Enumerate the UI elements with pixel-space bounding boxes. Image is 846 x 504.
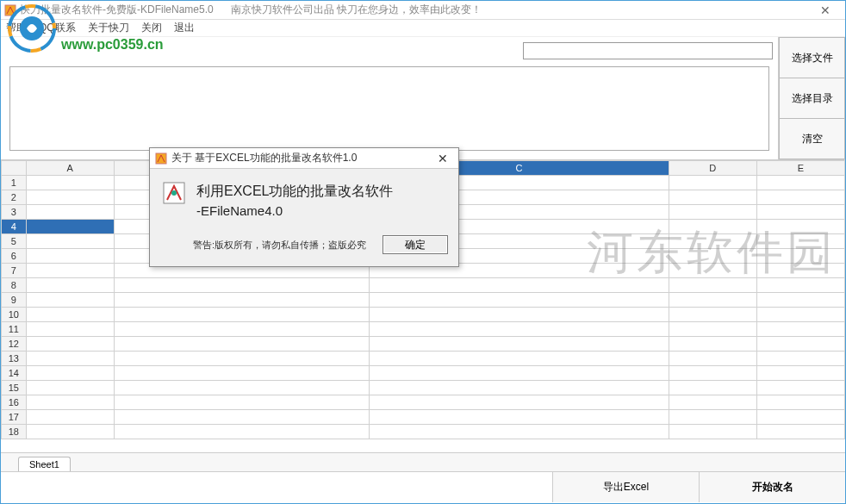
cell[interactable] bbox=[26, 176, 114, 190]
row-header[interactable]: 17 bbox=[2, 410, 27, 425]
file-list-area[interactable] bbox=[9, 66, 769, 151]
cell-selected[interactable] bbox=[26, 220, 114, 234]
col-header-a[interactable]: A bbox=[26, 161, 114, 176]
cell[interactable] bbox=[26, 381, 114, 395]
cell[interactable] bbox=[26, 234, 114, 249]
cell[interactable] bbox=[756, 264, 844, 278]
cell[interactable] bbox=[26, 249, 114, 264]
row-header[interactable]: 8 bbox=[2, 278, 27, 293]
cell[interactable] bbox=[370, 410, 669, 425]
cell[interactable] bbox=[756, 337, 844, 352]
cell[interactable] bbox=[370, 352, 669, 366]
cell[interactable] bbox=[756, 352, 844, 366]
cell[interactable] bbox=[669, 234, 756, 249]
row-header[interactable]: 3 bbox=[2, 205, 27, 220]
row-header[interactable]: 14 bbox=[2, 366, 27, 381]
col-header-d[interactable]: D bbox=[669, 161, 756, 176]
cell[interactable] bbox=[26, 410, 114, 425]
cell[interactable] bbox=[756, 322, 844, 337]
cell[interactable] bbox=[26, 278, 114, 293]
cell[interactable] bbox=[669, 410, 756, 425]
cell[interactable] bbox=[26, 322, 114, 337]
cell[interactable] bbox=[114, 308, 369, 322]
row-header[interactable]: 5 bbox=[2, 234, 27, 249]
row-header[interactable]: 13 bbox=[2, 352, 27, 366]
cell[interactable] bbox=[756, 366, 844, 381]
cell[interactable] bbox=[114, 395, 369, 410]
sheet-tab-1[interactable]: Sheet1 bbox=[18, 457, 71, 471]
cell[interactable] bbox=[756, 278, 844, 293]
row-header[interactable]: 1 bbox=[2, 176, 27, 190]
cell[interactable] bbox=[756, 234, 844, 249]
cell[interactable] bbox=[370, 395, 669, 410]
cell[interactable] bbox=[114, 366, 369, 381]
dialog-titlebar[interactable]: 关于 基于EXCEL功能的批量改名软件1.0 ✕ bbox=[150, 148, 458, 169]
cell[interactable] bbox=[114, 322, 369, 337]
cell[interactable] bbox=[26, 337, 114, 352]
row-header[interactable]: 11 bbox=[2, 322, 27, 337]
menu-about[interactable]: 关于快刀 bbox=[88, 21, 129, 35]
cell[interactable] bbox=[114, 352, 369, 366]
cell[interactable] bbox=[370, 293, 669, 308]
cell[interactable] bbox=[370, 425, 669, 439]
cell[interactable] bbox=[114, 278, 369, 293]
start-rename-button[interactable]: 开始改名 bbox=[699, 472, 845, 502]
cell[interactable] bbox=[114, 381, 369, 395]
select-file-button[interactable]: 选择文件 bbox=[779, 37, 845, 78]
row-header[interactable]: 9 bbox=[2, 293, 27, 308]
cell[interactable] bbox=[756, 205, 844, 220]
cell[interactable] bbox=[669, 205, 756, 220]
cell[interactable] bbox=[370, 337, 669, 352]
cell[interactable] bbox=[26, 366, 114, 381]
cell[interactable] bbox=[669, 278, 756, 293]
dialog-close-button[interactable]: ✕ bbox=[432, 152, 453, 165]
cell[interactable] bbox=[669, 352, 756, 366]
menu-contact[interactable]: QQ联系 bbox=[39, 21, 76, 35]
cell[interactable] bbox=[26, 190, 114, 205]
cell[interactable] bbox=[370, 308, 669, 322]
cell[interactable] bbox=[669, 190, 756, 205]
cell[interactable] bbox=[756, 308, 844, 322]
menu-exit[interactable]: 退出 bbox=[174, 21, 195, 35]
row-header[interactable]: 18 bbox=[2, 425, 27, 439]
cell[interactable] bbox=[114, 410, 369, 425]
cell[interactable] bbox=[669, 381, 756, 395]
cell[interactable] bbox=[756, 190, 844, 205]
cell[interactable] bbox=[756, 425, 844, 439]
row-header[interactable]: 6 bbox=[2, 249, 27, 264]
cell[interactable] bbox=[669, 176, 756, 190]
path-input[interactable] bbox=[523, 42, 773, 59]
cell[interactable] bbox=[370, 381, 669, 395]
cell[interactable] bbox=[26, 308, 114, 322]
cell[interactable] bbox=[756, 395, 844, 410]
cell[interactable] bbox=[370, 278, 669, 293]
corner-cell[interactable] bbox=[2, 161, 27, 176]
cell[interactable] bbox=[756, 381, 844, 395]
cell[interactable] bbox=[669, 395, 756, 410]
cell[interactable] bbox=[114, 337, 369, 352]
cell[interactable] bbox=[26, 293, 114, 308]
row-header[interactable]: 15 bbox=[2, 381, 27, 395]
cell[interactable] bbox=[26, 352, 114, 366]
clear-button[interactable]: 清空 bbox=[779, 119, 845, 159]
menu-help[interactable]: 帮助 bbox=[6, 21, 27, 35]
cell[interactable] bbox=[26, 264, 114, 278]
menu-close[interactable]: 关闭 bbox=[141, 21, 162, 35]
cell[interactable] bbox=[669, 308, 756, 322]
cell[interactable] bbox=[114, 293, 369, 308]
cell[interactable] bbox=[756, 249, 844, 264]
col-header-e[interactable]: E bbox=[756, 161, 844, 176]
cell[interactable] bbox=[26, 425, 114, 439]
cell[interactable] bbox=[756, 293, 844, 308]
cell[interactable] bbox=[756, 410, 844, 425]
row-header[interactable]: 10 bbox=[2, 308, 27, 322]
cell[interactable] bbox=[26, 395, 114, 410]
cell[interactable] bbox=[26, 205, 114, 220]
window-close-button[interactable]: ✕ bbox=[812, 1, 838, 20]
cell[interactable] bbox=[669, 322, 756, 337]
cell[interactable] bbox=[114, 425, 369, 439]
cell[interactable] bbox=[669, 220, 756, 234]
cell[interactable] bbox=[756, 176, 844, 190]
row-header[interactable]: 2 bbox=[2, 190, 27, 205]
cell[interactable] bbox=[370, 322, 669, 337]
